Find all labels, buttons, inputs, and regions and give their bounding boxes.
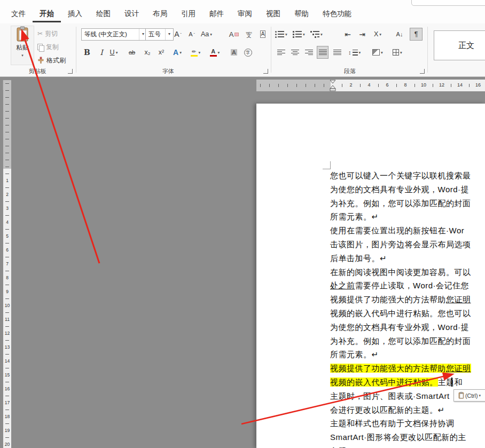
horizontal-ruler[interactable]: 246810121416 (256, 80, 485, 91)
tab-6[interactable]: 引用 (174, 6, 202, 22)
doc-line[interactable]: 在新的阅读视图中阅读更加容易。可以 (330, 265, 485, 279)
chevron-down-icon[interactable]: ▾ (479, 394, 481, 398)
tab-7[interactable]: 邮件 (202, 6, 231, 22)
doc-line[interactable]: 击该图片，图片旁边将会显示布局选项 (330, 238, 485, 251)
align-right-button[interactable] (303, 46, 314, 58)
tab-4[interactable]: 设计 (118, 6, 146, 22)
ruler-tick (5, 340, 9, 341)
paragraph-dialog-launcher[interactable] (420, 69, 425, 74)
increase-indent-button[interactable]: ⇥ (357, 28, 367, 40)
grow-font-button[interactable]: Aˆ (173, 28, 183, 40)
italic-button[interactable]: I (96, 46, 107, 58)
tab-2[interactable]: 插入 (61, 6, 89, 22)
superscript-button[interactable]: x² (156, 46, 167, 58)
copy-button[interactable]: 复制 (37, 41, 59, 53)
character-border-button[interactable]: A (257, 28, 268, 40)
doc-line[interactable]: 使用在需要位置出现的新按钮在·Wor (330, 224, 485, 238)
vertical-ruler[interactable]: 1234567891011121314151617181920 (3, 80, 11, 448)
doc-line[interactable]: 处之前需要停止读取，Word·会记住您 (330, 279, 485, 293)
ruler-tick (342, 84, 342, 87)
borders-button[interactable]: ▾ (392, 46, 403, 58)
format-painter-icon (37, 57, 44, 64)
cut-button[interactable]: ✂ 剪切 (37, 28, 58, 40)
clipboard-dialog-launcher[interactable] (68, 69, 73, 74)
document-page[interactable]: 您也可以键入一个关键字以联机搜索最为使您的文档具有专业外观，Word·提为补充。… (256, 104, 485, 448)
decrease-indent-button[interactable]: ⇤ (342, 28, 353, 40)
tab-8[interactable]: 审阅 (231, 6, 259, 22)
doc-line[interactable]: 所需元素。↵ (330, 348, 485, 361)
align-left-button[interactable] (276, 46, 286, 58)
paragraph-marks-toggle[interactable]: ¶ (410, 28, 422, 40)
tab-10[interactable]: 帮助 (287, 6, 316, 22)
ruler-tick (5, 146, 9, 146)
ruler-tick: 4 (3, 219, 11, 225)
align-center-icon (291, 49, 299, 56)
ruler-tick: 6 (386, 82, 388, 88)
sort-button[interactable]: A↓ (394, 28, 405, 40)
doc-line[interactable]: SmartArt·图形将会更改以匹配新的主 (330, 430, 485, 444)
text-effects-button[interactable]: A▾ (172, 46, 183, 58)
ruler-tick (324, 84, 324, 87)
doc-line[interactable]: 视频提供了功能强大的方法帮助您证明 (330, 293, 485, 306)
underline-button[interactable]: U▾ (108, 46, 119, 58)
multilevel-list-button[interactable]: ▾ (310, 28, 323, 40)
asian-layout-button[interactable]: X▾ (372, 28, 383, 40)
chevron-down-icon[interactable]: ▾ (165, 29, 173, 40)
bold-button[interactable]: B (82, 46, 92, 58)
doc-line[interactable]: 主题 (330, 444, 485, 448)
ruler-tick: 18 (3, 414, 11, 419)
tab-3[interactable]: 绘图 (89, 6, 118, 22)
doc-line[interactable]: 为使您的文档具有专业外观，Word·提 (330, 183, 485, 197)
doc-text-segment: 后单击加号。↵ (330, 254, 387, 263)
indent-marker[interactable] (328, 80, 337, 92)
format-painter-button[interactable]: 格式刷 (37, 54, 66, 66)
doc-line[interactable]: 会进行更改以匹配新的主题。↵ (330, 403, 485, 417)
doc-line[interactable]: 后单击加号。↵ (330, 251, 485, 265)
align-center-button[interactable] (290, 46, 300, 58)
justify-button[interactable] (317, 46, 328, 58)
enclose-characters-button[interactable]: 字 (242, 46, 253, 58)
doc-line[interactable]: 视频提供了功能强大的方法帮助您证明 (330, 361, 485, 375)
font-dialog-launcher[interactable] (263, 69, 268, 74)
shrink-font-button[interactable]: Aˇ (186, 28, 197, 40)
font-size-combobox[interactable]: 五号 ▾ (145, 28, 174, 41)
doc-text-segment: 在新的阅读视图中阅读更加容易。可以 (330, 268, 471, 277)
highlight-color-button[interactable]: ✏ ▾ (190, 46, 201, 58)
change-case-button[interactable]: Aa▾ (201, 28, 212, 40)
doc-line[interactable]: 为使您的文档具有专业外观，Word·提 (330, 320, 485, 334)
ruler-tick (5, 396, 9, 396)
ruler-tick: 17 (3, 400, 11, 405)
bullet-list-button[interactable]: ▾ (275, 28, 287, 40)
tab-5[interactable]: 布局 (146, 6, 174, 22)
doc-line[interactable]: 所需元素。↵ (330, 210, 485, 224)
doc-line[interactable]: 主题和样式也有助于文档保持协调 (330, 416, 485, 430)
style-normal[interactable]: 正文 (434, 30, 485, 60)
paste-options-button[interactable]: (Ctrl) ▾ (453, 389, 485, 402)
numbered-list-button[interactable]: ▾ (293, 28, 305, 40)
doc-line[interactable]: 视频的嵌入代码中进行粘贴。您也可以 (330, 306, 485, 320)
paste-button[interactable]: 粘贴 ▾ (11, 26, 34, 65)
font-color-button[interactable]: A ▾ (209, 46, 220, 58)
phonetic-guide-button[interactable]: wén 文 (244, 28, 254, 40)
clear-formatting-button[interactable]: A (229, 28, 239, 40)
distributed-button[interactable] (332, 46, 342, 58)
tab-1[interactable]: 开始 (33, 6, 61, 22)
tab-9[interactable]: 视图 (259, 6, 287, 22)
character-shading-button[interactable]: A (229, 46, 239, 58)
font-name-combobox[interactable]: 等线 (中文正文) ▾ (81, 28, 147, 41)
paste-dropdown-arrow[interactable]: ▾ (21, 53, 24, 58)
menu-tabs: 文件开始插入绘图设计布局引用邮件审阅视图帮助特色功能 (4, 6, 358, 22)
ruler-tick: 11 (3, 317, 11, 322)
scissors-icon: ✂ (37, 30, 43, 37)
subscript-button[interactable]: x₂ (142, 46, 153, 58)
tab-11[interactable]: 特色功能 (316, 6, 358, 22)
shading-button[interactable]: ▾ (372, 46, 383, 58)
doc-line[interactable]: 您也可以键入一个关键字以联机搜索最 (330, 169, 485, 183)
tab-0[interactable]: 文件 (4, 6, 33, 22)
doc-line[interactable]: 为补充。例如，您可以添加匹配的封面 (330, 334, 485, 348)
line-spacing-button[interactable]: ↕ ▾ (348, 46, 361, 58)
doc-line[interactable]: 为补充。例如，您可以添加匹配的封面 (330, 197, 485, 210)
strikethrough-button[interactable]: ab (127, 46, 137, 58)
doc-line[interactable]: 视频的嵌入代码中进行粘贴。主题和 (330, 375, 485, 389)
text-area[interactable]: 您也可以键入一个关键字以联机搜索最为使您的文档具有专业外观，Word·提为补充。… (330, 169, 485, 448)
